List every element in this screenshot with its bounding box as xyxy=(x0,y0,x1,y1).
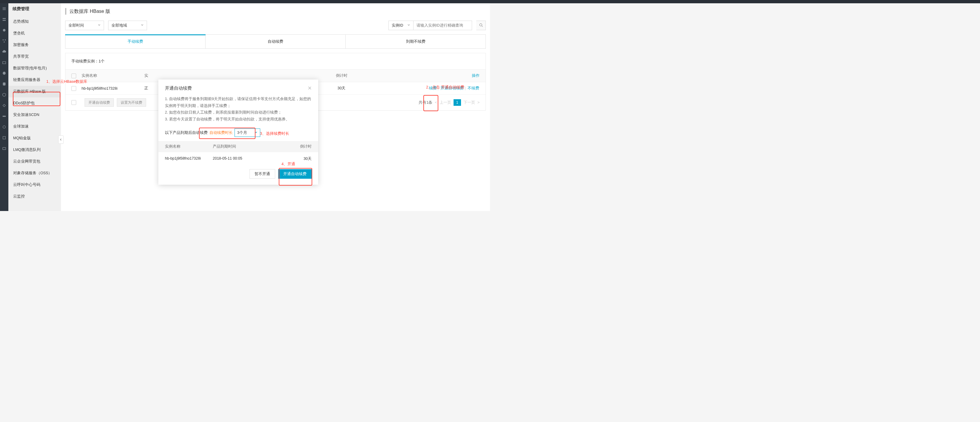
rail-icon-8[interactable] xyxy=(2,92,6,97)
modal-notes: 1. 自动续费将于服务到期前9天开始扣款，请保证信用卡等支付方式余额充足，如您的… xyxy=(158,94,318,127)
modal-header: 开通自动续费 × xyxy=(158,80,318,94)
sidebar-item-bandwidth[interactable]: 共享带宽 xyxy=(8,51,61,62)
svg-rect-10 xyxy=(3,137,6,139)
sidebar-item-awareness[interactable]: 态势感知 xyxy=(8,16,61,27)
search-button[interactable] xyxy=(476,21,486,30)
region-select[interactable]: 全部地域 xyxy=(108,21,147,30)
svg-point-2 xyxy=(3,29,6,32)
search-input[interactable] xyxy=(414,21,472,30)
svg-point-3 xyxy=(3,40,4,41)
svg-rect-8 xyxy=(3,116,6,117)
duration-value: 3个月 xyxy=(237,130,247,135)
rail-icon-9[interactable] xyxy=(2,104,6,108)
cell-actions: 续费| 开通自动续费| 不续费 xyxy=(371,86,480,91)
sidebar-item-cen[interactable]: 云企业网带宽包 xyxy=(8,156,61,167)
rail-icon-6[interactable] xyxy=(2,71,6,75)
search-icon xyxy=(479,23,483,28)
sidebar-item-light-server[interactable]: 轻量应用服务器 xyxy=(8,74,61,86)
svg-point-12 xyxy=(480,24,482,26)
mcell-name: hb-bp1j9l58fno17328i xyxy=(165,156,213,161)
pager-prev[interactable]: 上一页 xyxy=(439,100,451,105)
sidebar-item-cloudmonitor[interactable]: 云监控 xyxy=(8,191,61,202)
modal-table-head: 实例名称 产品到期时间 倒计时 xyxy=(158,141,318,152)
rail-icon-10[interactable] xyxy=(2,114,6,118)
modal-note-1: 1. 自动续费将于服务到期前9天开始扣款，请保证信用卡等支付方式余额充足，如您的… xyxy=(165,96,312,109)
action-stop-renew[interactable]: 不续费 xyxy=(468,86,479,90)
chevron-down-icon xyxy=(255,131,258,135)
rail-icon-5[interactable] xyxy=(2,61,6,65)
duration-select[interactable]: 3个月 xyxy=(235,129,260,137)
sidebar-item-lmq[interactable]: LMQ微消息队列 xyxy=(8,144,61,156)
page-title: 云数据库 HBase 版 xyxy=(69,8,110,14)
row-checkbox[interactable] xyxy=(72,86,76,91)
rail-icon-13[interactable] xyxy=(2,147,6,151)
bulk-checkbox[interactable] xyxy=(72,100,76,105)
filter-row: 全部时间 全部地域 实例ID xyxy=(61,21,490,34)
tab-manual[interactable]: 手动续费 xyxy=(65,35,205,48)
sidebar-item-callcenter[interactable]: 云呼叫中心号码 xyxy=(8,179,61,191)
menu-icon[interactable] xyxy=(2,6,6,11)
chevron-down-icon xyxy=(141,23,144,27)
pager-current[interactable]: 1 xyxy=(453,99,461,106)
sidebar-title: 续费管理 xyxy=(8,3,61,16)
icon-rail xyxy=(0,0,8,211)
col-status: 实 xyxy=(144,73,312,78)
svg-point-4 xyxy=(5,40,6,41)
action-renew[interactable]: 续费 xyxy=(429,86,437,90)
tab-none[interactable]: 到期不续费 xyxy=(346,35,485,48)
region-select-label: 全部地域 xyxy=(111,23,127,28)
page-header: 云数据库 HBase 版 xyxy=(61,3,490,21)
pager-total: 共有1条 xyxy=(418,100,432,105)
header-accent-bar xyxy=(65,8,66,14)
rail-icon-1[interactable] xyxy=(2,18,6,22)
sidebar-item-oss[interactable]: 对象存储服务（OSS） xyxy=(8,167,61,179)
modal-footer: 暂不开通 开通自动续费 xyxy=(158,166,318,185)
svg-point-9 xyxy=(3,126,6,129)
cell-name: hb-bp1j9l58fno17328i xyxy=(81,86,144,91)
pager-next-chevron[interactable]: > xyxy=(477,100,480,105)
col-name: 实例名称 xyxy=(81,73,144,78)
sidebar-item-data-mgmt[interactable]: 数据管理(包年包月) xyxy=(8,62,61,74)
action-auto-renew[interactable]: 开通自动续费 xyxy=(441,86,464,90)
svg-rect-1 xyxy=(3,20,6,21)
sidebar-item-mq[interactable]: MQ铂金版 xyxy=(8,132,61,144)
col-countdown: 倒计时 xyxy=(312,73,371,78)
cloud-icon[interactable] xyxy=(2,49,6,54)
svg-rect-6 xyxy=(3,62,6,64)
bulk-stop-renew[interactable]: 设置为不续费 xyxy=(117,98,146,107)
search-type-label: 实例ID xyxy=(392,23,403,28)
rail-icon-7[interactable] xyxy=(2,82,6,86)
rail-icon-11[interactable] xyxy=(2,125,6,129)
time-select[interactable]: 全部时间 xyxy=(65,21,104,30)
mcell-countdown: 30天 xyxy=(267,156,312,161)
rail-icon-2[interactable] xyxy=(2,28,6,32)
bulk-auto-renew[interactable]: 开通自动续费 xyxy=(84,98,114,107)
cell-countdown: 30天 xyxy=(312,86,371,91)
modal-duration-row: 以下产品到期后自动续费 自动续费时长 3个月 xyxy=(158,127,318,141)
sidebar-collapse-handle[interactable] xyxy=(58,135,64,144)
top-bar xyxy=(0,0,980,3)
mcol-name: 实例名称 xyxy=(165,144,213,149)
rail-icon-3[interactable] xyxy=(2,39,6,43)
select-all-checkbox[interactable] xyxy=(72,73,76,78)
mcol-expire: 产品到期时间 xyxy=(213,144,267,149)
modal-duration-label: 自动续费时长 xyxy=(210,130,233,135)
modal-note-3: 3. 若您今天设置了自动续费，将于明天开始自动扣款，支持使用优惠券。 xyxy=(165,116,312,123)
sidebar-item-encryption[interactable]: 加密服务 xyxy=(8,39,61,51)
cancel-button[interactable]: 暂不开通 xyxy=(250,169,275,179)
svg-rect-0 xyxy=(3,18,6,19)
pager-prev-chevron[interactable]: < xyxy=(435,100,437,105)
sidebar-item-bastion[interactable]: 堡垒机 xyxy=(8,27,61,39)
sidebar-item-global-accel[interactable]: 全球加速 xyxy=(8,121,61,132)
close-icon[interactable]: × xyxy=(308,85,312,91)
col-actions: 操作 xyxy=(371,73,480,78)
rail-icon-12[interactable] xyxy=(2,136,6,140)
panel-summary: 手动续费实例：1个 xyxy=(65,53,485,69)
sidebar-item-scdn[interactable]: 安全加速SCDN xyxy=(8,109,61,121)
pager-next[interactable]: 下一页 xyxy=(463,100,475,105)
chevron-down-icon xyxy=(407,23,410,27)
svg-point-5 xyxy=(3,41,5,43)
search-type-select[interactable]: 实例ID xyxy=(388,21,414,30)
confirm-button[interactable]: 开通自动续费 xyxy=(278,169,312,179)
tab-auto[interactable]: 自动续费 xyxy=(205,35,346,48)
